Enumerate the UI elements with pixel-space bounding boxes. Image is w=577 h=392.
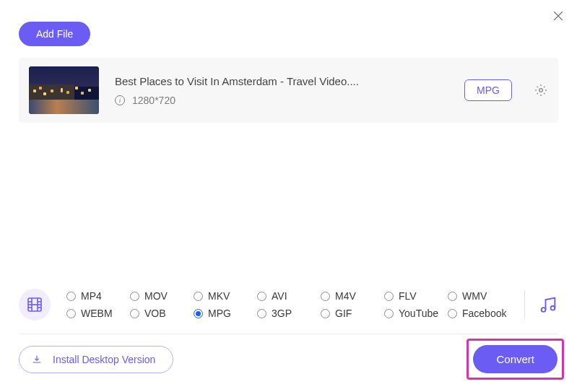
radio-icon [130, 309, 139, 318]
format-option-gif[interactable]: GIF [321, 308, 384, 319]
close-icon[interactable] [551, 9, 565, 23]
file-title: Best Places to Visit In Amsterdam - Trav… [115, 75, 448, 87]
radio-icon [257, 292, 266, 301]
format-option-label: VOB [144, 308, 166, 319]
format-option-mkv[interactable]: MKV [194, 290, 257, 302]
svg-point-10 [551, 306, 555, 310]
format-option-3gp[interactable]: 3GP [257, 308, 321, 319]
format-option-label: 3GP [272, 308, 292, 319]
svg-point-0 [539, 89, 543, 92]
radio-icon [321, 292, 330, 301]
file-details: Best Places to Visit In Amsterdam - Trav… [115, 75, 448, 106]
format-option-label: FLV [399, 290, 417, 302]
format-option-label: M4V [335, 290, 356, 302]
format-option-label: MOV [144, 290, 168, 302]
format-option-webm[interactable]: WEBM [66, 308, 130, 319]
video-thumbnail [29, 66, 99, 114]
install-desktop-label: Install Desktop Version [53, 354, 155, 365]
format-option-flv[interactable]: FLV [384, 290, 448, 302]
format-option-mpg[interactable]: MPG [194, 308, 257, 319]
file-resolution: 1280*720 [132, 95, 175, 106]
video-formats-icon[interactable] [19, 289, 51, 321]
format-option-label: WMV [462, 290, 487, 302]
format-option-label: AVI [272, 290, 287, 302]
convert-button[interactable]: Convert [473, 345, 558, 373]
format-option-label: MKV [208, 290, 230, 302]
radio-icon [448, 292, 457, 301]
format-option-mov[interactable]: MOV [130, 290, 194, 302]
formats-bar: MP4MOVMKVAVIM4VFLVWMVWEBMVOBMPG3GPGIFYou… [19, 289, 558, 321]
divider-horizontal [19, 334, 558, 334]
radio-icon [194, 309, 203, 318]
radio-icon [384, 309, 394, 318]
format-option-label: GIF [335, 308, 352, 319]
radio-icon [384, 292, 394, 301]
radio-icon [448, 309, 457, 318]
format-option-facebook[interactable]: Facebook [448, 308, 511, 319]
format-option-label: YouTube [399, 308, 438, 319]
format-option-label: MP4 [81, 290, 102, 302]
format-options-grid: MP4MOVMKVAVIM4VFLVWMVWEBMVOBMPG3GPGIFYou… [66, 290, 511, 319]
format-option-label: MPG [208, 308, 231, 319]
radio-icon [257, 309, 266, 318]
radio-icon [66, 309, 76, 318]
radio-icon [130, 292, 139, 301]
format-option-label: Facebook [462, 308, 506, 319]
radio-icon [321, 309, 330, 318]
svg-point-9 [542, 308, 546, 312]
radio-icon [66, 292, 76, 301]
music-icon[interactable] [538, 295, 558, 315]
download-icon [31, 354, 43, 365]
add-file-button[interactable]: Add File [19, 22, 90, 46]
format-option-mp4[interactable]: MP4 [66, 290, 130, 302]
install-desktop-button[interactable]: Install Desktop Version [19, 346, 173, 373]
format-option-m4v[interactable]: M4V [321, 290, 384, 302]
format-option-wmv[interactable]: WMV [448, 290, 511, 302]
info-icon[interactable]: i [115, 95, 125, 105]
gear-icon[interactable] [534, 83, 548, 97]
radio-icon [194, 292, 203, 301]
format-option-vob[interactable]: VOB [130, 308, 194, 319]
file-item: Best Places to Visit In Amsterdam - Trav… [19, 58, 558, 123]
format-option-avi[interactable]: AVI [257, 290, 321, 302]
convert-highlight: Convert [467, 339, 564, 380]
format-option-youtube[interactable]: YouTube [384, 308, 448, 319]
format-badge-button[interactable]: MPG [464, 79, 512, 101]
format-option-label: WEBM [81, 308, 113, 319]
divider [524, 290, 525, 319]
